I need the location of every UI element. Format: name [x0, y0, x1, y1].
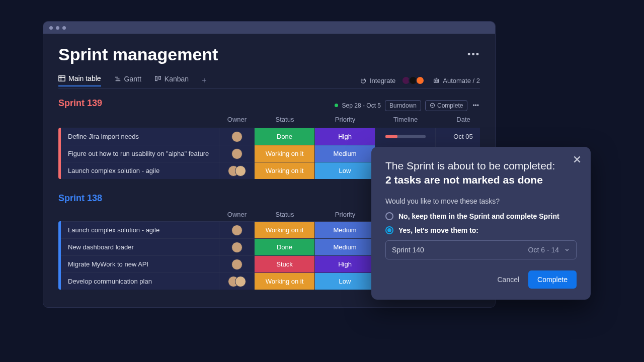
- radio-icon: [385, 212, 393, 220]
- window-control-dot[interactable]: [56, 26, 59, 30]
- task-name-cell[interactable]: New dashboard loader: [61, 239, 219, 255]
- task-name-cell[interactable]: Develop communication plan: [61, 273, 219, 290]
- priority-cell[interactable]: Medium: [315, 145, 375, 162]
- svg-rect-6: [155, 76, 157, 81]
- add-column-button[interactable]: +: [491, 116, 496, 125]
- avatar[interactable]: [231, 242, 243, 253]
- more-menu-icon[interactable]: •••: [467, 49, 480, 60]
- col-date[interactable]: Date: [436, 116, 491, 125]
- automate-button[interactable]: Automate / 2: [433, 77, 480, 84]
- owner-avatars[interactable]: [228, 276, 246, 287]
- col-status[interactable]: Status: [255, 116, 315, 125]
- owner-cell[interactable]: [219, 256, 255, 273]
- kanban-icon: [154, 75, 162, 82]
- chevron-down-icon: [564, 247, 570, 253]
- sprint-target-select[interactable]: Sprint 140 Oct 6 - 14: [385, 240, 577, 259]
- col-priority[interactable]: Priority: [315, 211, 375, 218]
- integrate-button[interactable]: Integrate: [360, 77, 395, 84]
- status-cell[interactable]: Working on it: [255, 162, 315, 179]
- owner-cell[interactable]: [219, 145, 255, 162]
- tab-label: Gantt: [124, 75, 141, 83]
- owner-cell[interactable]: [219, 128, 255, 145]
- tab-label: Kanban: [165, 75, 189, 83]
- tab-main-table[interactable]: Main table: [58, 74, 101, 86]
- col-status[interactable]: Status: [255, 211, 315, 218]
- timeline-bar: [385, 135, 426, 138]
- priority-cell[interactable]: High: [315, 128, 375, 145]
- status-cell[interactable]: Working on it: [255, 145, 315, 162]
- priority-cell[interactable]: Low: [315, 162, 375, 179]
- tab-label: Main table: [68, 74, 101, 82]
- avatar: [235, 276, 246, 287]
- owner-avatars[interactable]: [228, 165, 246, 176]
- owner-cell[interactable]: [219, 239, 255, 255]
- avatar: [235, 165, 246, 176]
- add-view-button[interactable]: +: [202, 76, 206, 85]
- svg-rect-7: [159, 76, 161, 79]
- option-move-tasks[interactable]: Yes, let's move them to:: [385, 226, 577, 234]
- complete-sprint-button[interactable]: Complete: [425, 100, 467, 111]
- gitlab-icon: [416, 76, 425, 85]
- priority-cell[interactable]: High: [315, 256, 375, 273]
- owner-cell[interactable]: [219, 273, 255, 290]
- status-cell[interactable]: Done: [255, 239, 315, 255]
- avatar[interactable]: [231, 148, 243, 159]
- priority-cell[interactable]: Low: [315, 273, 375, 290]
- task-name-cell[interactable]: Figure out how to run usability on "alph…: [61, 145, 219, 162]
- status-cell[interactable]: Working on it: [255, 273, 315, 290]
- date-cell[interactable]: Oct 05: [436, 128, 480, 145]
- timeline-cell[interactable]: [375, 128, 436, 145]
- select-value: Sprint 140: [392, 246, 424, 254]
- complete-sprint-dialog: The Sprint is about to be completed: 2 t…: [371, 147, 591, 300]
- col-timeline[interactable]: Timeline: [375, 116, 436, 125]
- avatar[interactable]: [231, 225, 243, 236]
- task-name-cell[interactable]: Migrate MyWork to new API: [61, 256, 219, 273]
- svg-point-10: [437, 80, 438, 81]
- automate-label: Automate / 2: [443, 77, 480, 84]
- owner-cell[interactable]: [219, 222, 255, 238]
- page-title: Sprint management: [58, 45, 218, 64]
- window-control-dot[interactable]: [49, 26, 53, 30]
- sprint-group-title[interactable]: Sprint 139: [58, 98, 102, 109]
- dialog-title-line2: 2 tasks are not marked as done: [385, 174, 577, 186]
- option-keep-tasks[interactable]: No, keep them in the Sprint and complete…: [385, 212, 577, 220]
- owner-cell[interactable]: [219, 162, 255, 179]
- status-cell[interactable]: Done: [255, 128, 315, 145]
- task-name-cell[interactable]: Launch complex solution - agile: [61, 162, 219, 179]
- radio-icon: [385, 226, 393, 234]
- task-name-cell[interactable]: Define Jira import needs: [61, 128, 219, 145]
- status-cell[interactable]: Stuck: [255, 256, 315, 273]
- status-cell[interactable]: Working on it: [255, 222, 315, 238]
- plug-icon: [360, 77, 367, 84]
- column-headers: Owner Status Priority Timeline Date +: [58, 113, 480, 128]
- col-owner[interactable]: Owner: [219, 116, 255, 125]
- priority-cell[interactable]: Medium: [315, 222, 375, 238]
- close-icon[interactable]: [573, 154, 582, 167]
- svg-point-9: [435, 80, 436, 81]
- burndown-button[interactable]: Burndown: [385, 100, 421, 111]
- complete-button[interactable]: Complete: [528, 270, 577, 289]
- window-control-dot[interactable]: [62, 26, 66, 30]
- col-owner[interactable]: Owner: [219, 211, 255, 218]
- tab-kanban[interactable]: Kanban: [154, 75, 189, 86]
- sprint-more-icon[interactable]: •••: [471, 101, 480, 111]
- option-label: No, keep them in the Sprint and complete…: [398, 212, 559, 220]
- status-indicator-icon: [335, 104, 338, 107]
- priority-cell[interactable]: Medium: [315, 239, 375, 255]
- task-name-cell[interactable]: Launch complex solution - agile: [61, 222, 219, 238]
- sprint-period: Sep 28 - Oct 5: [342, 102, 381, 109]
- col-priority[interactable]: Priority: [315, 116, 375, 125]
- view-tabs: Main table Gantt Kanban + Integrate: [58, 74, 480, 89]
- svg-rect-0: [59, 76, 65, 81]
- avatar[interactable]: [231, 131, 243, 142]
- gantt-icon: [114, 75, 121, 82]
- table-row[interactable]: Define Jira import needsDoneHighOct 05: [61, 128, 480, 145]
- avatar[interactable]: [231, 259, 243, 270]
- integration-badges[interactable]: [404, 76, 425, 85]
- tab-gantt[interactable]: Gantt: [114, 75, 141, 86]
- cancel-button[interactable]: Cancel: [497, 276, 519, 284]
- select-date-range: Oct 6 - 14: [528, 246, 559, 254]
- dialog-title-line1: The Sprint is about to be completed:: [385, 160, 577, 172]
- check-circle-icon: [430, 103, 435, 108]
- table-icon: [58, 75, 65, 82]
